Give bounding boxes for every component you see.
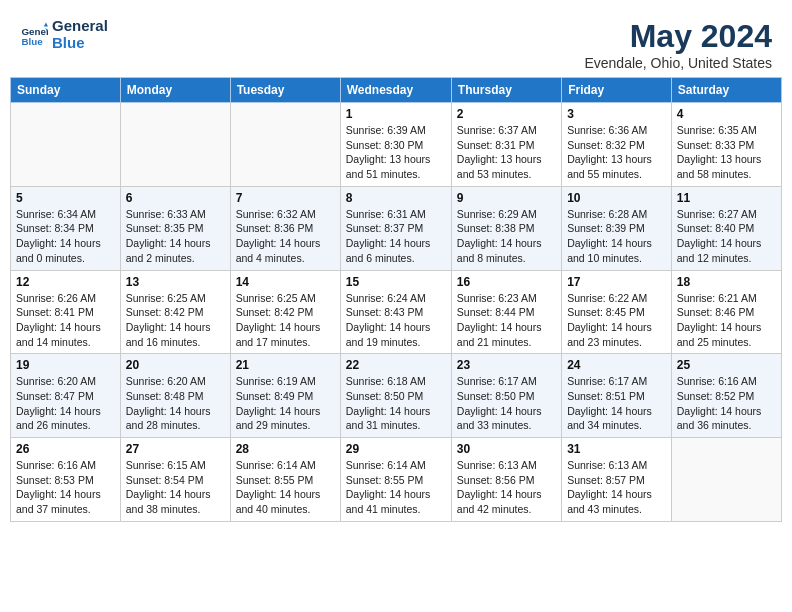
calendar-cell: 22Sunrise: 6:18 AMSunset: 8:50 PMDayligh… (340, 354, 451, 438)
day-number: 6 (126, 191, 225, 205)
day-info: Sunrise: 6:27 AMSunset: 8:40 PMDaylight:… (677, 207, 776, 266)
day-info: Sunrise: 6:20 AMSunset: 8:48 PMDaylight:… (126, 374, 225, 433)
day-info: Sunrise: 6:31 AMSunset: 8:37 PMDaylight:… (346, 207, 446, 266)
day-info: Sunrise: 6:36 AMSunset: 8:32 PMDaylight:… (567, 123, 666, 182)
calendar-table: SundayMondayTuesdayWednesdayThursdayFrid… (10, 77, 782, 522)
day-info: Sunrise: 6:17 AMSunset: 8:50 PMDaylight:… (457, 374, 556, 433)
calendar-cell: 25Sunrise: 6:16 AMSunset: 8:52 PMDayligh… (671, 354, 781, 438)
calendar-cell: 18Sunrise: 6:21 AMSunset: 8:46 PMDayligh… (671, 270, 781, 354)
day-number: 17 (567, 275, 666, 289)
svg-text:Blue: Blue (21, 35, 43, 46)
day-number: 8 (346, 191, 446, 205)
day-number: 23 (457, 358, 556, 372)
day-number: 15 (346, 275, 446, 289)
calendar-cell: 4Sunrise: 6:35 AMSunset: 8:33 PMDaylight… (671, 103, 781, 187)
day-info: Sunrise: 6:14 AMSunset: 8:55 PMDaylight:… (346, 458, 446, 517)
day-number: 12 (16, 275, 115, 289)
calendar-cell: 6Sunrise: 6:33 AMSunset: 8:35 PMDaylight… (120, 186, 230, 270)
day-number: 31 (567, 442, 666, 456)
day-info: Sunrise: 6:34 AMSunset: 8:34 PMDaylight:… (16, 207, 115, 266)
title-block: May 2024 Evendale, Ohio, United States (584, 18, 772, 71)
calendar-cell (120, 103, 230, 187)
day-number: 27 (126, 442, 225, 456)
svg-marker-2 (44, 22, 48, 26)
calendar-cell: 31Sunrise: 6:13 AMSunset: 8:57 PMDayligh… (562, 438, 672, 522)
day-number: 28 (236, 442, 335, 456)
calendar-cell (671, 438, 781, 522)
calendar-header-row: SundayMondayTuesdayWednesdayThursdayFrid… (11, 78, 782, 103)
day-info: Sunrise: 6:16 AMSunset: 8:52 PMDaylight:… (677, 374, 776, 433)
day-info: Sunrise: 6:33 AMSunset: 8:35 PMDaylight:… (126, 207, 225, 266)
calendar-cell: 28Sunrise: 6:14 AMSunset: 8:55 PMDayligh… (230, 438, 340, 522)
day-info: Sunrise: 6:13 AMSunset: 8:56 PMDaylight:… (457, 458, 556, 517)
calendar-cell (230, 103, 340, 187)
weekday-header-monday: Monday (120, 78, 230, 103)
day-number: 3 (567, 107, 666, 121)
day-info: Sunrise: 6:25 AMSunset: 8:42 PMDaylight:… (236, 291, 335, 350)
day-info: Sunrise: 6:16 AMSunset: 8:53 PMDaylight:… (16, 458, 115, 517)
day-number: 5 (16, 191, 115, 205)
calendar-cell: 29Sunrise: 6:14 AMSunset: 8:55 PMDayligh… (340, 438, 451, 522)
day-number: 19 (16, 358, 115, 372)
day-info: Sunrise: 6:32 AMSunset: 8:36 PMDaylight:… (236, 207, 335, 266)
weekday-header-thursday: Thursday (451, 78, 561, 103)
weekday-header-wednesday: Wednesday (340, 78, 451, 103)
day-info: Sunrise: 6:24 AMSunset: 8:43 PMDaylight:… (346, 291, 446, 350)
day-number: 20 (126, 358, 225, 372)
day-number: 16 (457, 275, 556, 289)
calendar-cell: 14Sunrise: 6:25 AMSunset: 8:42 PMDayligh… (230, 270, 340, 354)
calendar-cell: 9Sunrise: 6:29 AMSunset: 8:38 PMDaylight… (451, 186, 561, 270)
day-info: Sunrise: 6:17 AMSunset: 8:51 PMDaylight:… (567, 374, 666, 433)
day-info: Sunrise: 6:37 AMSunset: 8:31 PMDaylight:… (457, 123, 556, 182)
calendar-cell: 30Sunrise: 6:13 AMSunset: 8:56 PMDayligh… (451, 438, 561, 522)
calendar-week-row: 19Sunrise: 6:20 AMSunset: 8:47 PMDayligh… (11, 354, 782, 438)
calendar-cell: 19Sunrise: 6:20 AMSunset: 8:47 PMDayligh… (11, 354, 121, 438)
location: Evendale, Ohio, United States (584, 55, 772, 71)
logo-text-blue: Blue (52, 35, 108, 52)
calendar-cell: 7Sunrise: 6:32 AMSunset: 8:36 PMDaylight… (230, 186, 340, 270)
day-info: Sunrise: 6:39 AMSunset: 8:30 PMDaylight:… (346, 123, 446, 182)
day-number: 24 (567, 358, 666, 372)
weekday-header-sunday: Sunday (11, 78, 121, 103)
logo-text-general: General (52, 18, 108, 35)
calendar-cell: 5Sunrise: 6:34 AMSunset: 8:34 PMDaylight… (11, 186, 121, 270)
day-number: 25 (677, 358, 776, 372)
calendar-cell: 27Sunrise: 6:15 AMSunset: 8:54 PMDayligh… (120, 438, 230, 522)
page-header: General Blue General Blue May 2024 Evend… (10, 10, 782, 77)
day-number: 4 (677, 107, 776, 121)
calendar-week-row: 12Sunrise: 6:26 AMSunset: 8:41 PMDayligh… (11, 270, 782, 354)
day-info: Sunrise: 6:22 AMSunset: 8:45 PMDaylight:… (567, 291, 666, 350)
calendar-cell: 15Sunrise: 6:24 AMSunset: 8:43 PMDayligh… (340, 270, 451, 354)
calendar-cell: 2Sunrise: 6:37 AMSunset: 8:31 PMDaylight… (451, 103, 561, 187)
day-info: Sunrise: 6:13 AMSunset: 8:57 PMDaylight:… (567, 458, 666, 517)
day-number: 30 (457, 442, 556, 456)
day-number: 7 (236, 191, 335, 205)
month-title: May 2024 (584, 18, 772, 55)
weekday-header-tuesday: Tuesday (230, 78, 340, 103)
calendar-cell: 21Sunrise: 6:19 AMSunset: 8:49 PMDayligh… (230, 354, 340, 438)
calendar-cell: 13Sunrise: 6:25 AMSunset: 8:42 PMDayligh… (120, 270, 230, 354)
day-number: 14 (236, 275, 335, 289)
calendar-cell: 8Sunrise: 6:31 AMSunset: 8:37 PMDaylight… (340, 186, 451, 270)
day-info: Sunrise: 6:20 AMSunset: 8:47 PMDaylight:… (16, 374, 115, 433)
day-number: 10 (567, 191, 666, 205)
day-info: Sunrise: 6:21 AMSunset: 8:46 PMDaylight:… (677, 291, 776, 350)
calendar-cell (11, 103, 121, 187)
day-info: Sunrise: 6:19 AMSunset: 8:49 PMDaylight:… (236, 374, 335, 433)
day-number: 18 (677, 275, 776, 289)
calendar-cell: 16Sunrise: 6:23 AMSunset: 8:44 PMDayligh… (451, 270, 561, 354)
day-number: 22 (346, 358, 446, 372)
day-info: Sunrise: 6:23 AMSunset: 8:44 PMDaylight:… (457, 291, 556, 350)
day-number: 2 (457, 107, 556, 121)
day-info: Sunrise: 6:28 AMSunset: 8:39 PMDaylight:… (567, 207, 666, 266)
day-info: Sunrise: 6:18 AMSunset: 8:50 PMDaylight:… (346, 374, 446, 433)
day-number: 1 (346, 107, 446, 121)
calendar-cell: 20Sunrise: 6:20 AMSunset: 8:48 PMDayligh… (120, 354, 230, 438)
calendar-week-row: 26Sunrise: 6:16 AMSunset: 8:53 PMDayligh… (11, 438, 782, 522)
day-number: 9 (457, 191, 556, 205)
calendar-cell: 10Sunrise: 6:28 AMSunset: 8:39 PMDayligh… (562, 186, 672, 270)
day-info: Sunrise: 6:14 AMSunset: 8:55 PMDaylight:… (236, 458, 335, 517)
day-number: 26 (16, 442, 115, 456)
day-number: 11 (677, 191, 776, 205)
weekday-header-friday: Friday (562, 78, 672, 103)
